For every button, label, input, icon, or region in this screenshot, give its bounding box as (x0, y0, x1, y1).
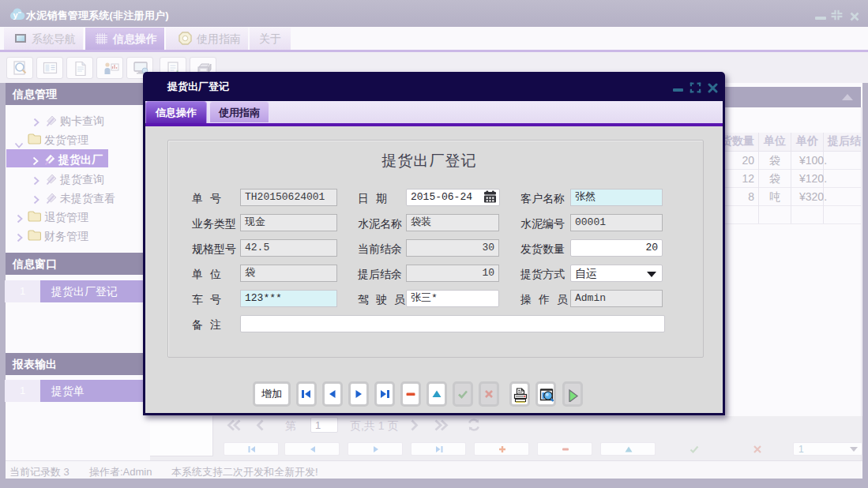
svg-text:y: y (13, 10, 19, 20)
